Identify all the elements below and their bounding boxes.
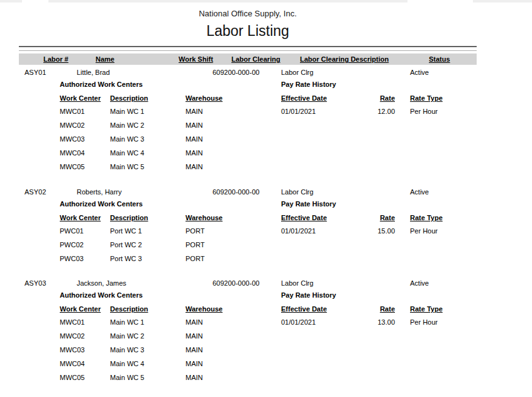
window-top-edge-highlight: [407, 0, 473, 3]
column-header-bar: Labor # Name Work Shift Labor Clearing L…: [19, 53, 477, 65]
work-center-code: MWC02: [60, 332, 85, 340]
work-center-description: Port WC 3: [110, 254, 142, 263]
company-name: National Office Supply, Inc.: [19, 9, 477, 18]
pay-rate-type: Per Hour: [410, 318, 438, 327]
work-center-row: MWC01 Main WC 1 MAIN 01/01/2021 13.00 Pe…: [0, 318, 532, 327]
sub-header-rate: Rate: [352, 305, 395, 313]
work-center-row: MWC02 Main WC 2 MAIN: [0, 332, 532, 340]
work-center-row: MWC03 Main WC 3 MAIN: [0, 135, 532, 143]
employee-section: ASY02 Roberts, Harry 609200-000-00 Labor…: [0, 187, 532, 268]
work-center-description: Main WC 1: [110, 318, 144, 327]
authorized-work-centers-label: Authorized Work Centers: [60, 199, 143, 208]
report-title: Labor Listing: [19, 23, 477, 40]
warehouse-value: MAIN: [186, 373, 203, 382]
warehouse-value: PORT: [186, 254, 204, 263]
sub-header-work-center: Work Center: [60, 213, 101, 222]
pay-rate-history-label: Pay Rate History: [281, 199, 336, 208]
work-center-row: MWC04 Main WC 4 MAIN: [0, 148, 532, 157]
work-center-description: Main WC 5: [110, 373, 144, 382]
labor-clearing-description: Labor Clrg: [281, 187, 313, 196]
work-center-code: MWC03: [60, 135, 85, 143]
status-value: Active: [410, 187, 429, 196]
pay-rate-history-label: Pay Rate History: [281, 80, 336, 89]
warehouse-value: MAIN: [186, 332, 203, 340]
labor-clearing: 609200-000-00: [213, 68, 260, 77]
sub-header-description: Description: [110, 94, 148, 103]
warehouse-value: PORT: [186, 226, 204, 235]
labor-clearing: 609200-000-00: [213, 187, 260, 196]
work-center-description: Main WC 2: [110, 121, 144, 130]
work-center-description: Main WC 1: [110, 107, 144, 116]
sub-header-warehouse: Warehouse: [186, 94, 223, 103]
labor-number: ASY03: [25, 279, 46, 288]
sub-header-row: Work Center Description Warehouse Effect…: [0, 94, 532, 103]
work-center-code: MWC01: [60, 107, 85, 116]
work-center-description: Main WC 3: [110, 345, 144, 354]
labor-number: ASY01: [25, 68, 46, 77]
warehouse-value: MAIN: [186, 135, 203, 143]
sub-header-rate-type: Rate Type: [410, 94, 443, 103]
work-center-row: MWC04 Main WC 4 MAIN: [0, 359, 532, 368]
warehouse-value: MAIN: [186, 359, 203, 368]
work-center-code: PWC01: [60, 226, 84, 235]
work-center-description: Main WC 4: [110, 359, 144, 368]
column-header-labor-clearing: Labor Clearing: [231, 55, 280, 64]
work-center-code: MWC05: [60, 373, 85, 382]
work-center-code: MWC02: [60, 121, 85, 130]
work-center-code: PWC03: [60, 254, 84, 263]
pay-rate-history-label: Pay Rate History: [281, 291, 336, 299]
warehouse-value: MAIN: [186, 162, 203, 171]
work-center-code: MWC01: [60, 318, 85, 327]
work-center-row: MWC02 Main WC 2 MAIN: [0, 121, 532, 130]
sub-header-warehouse: Warehouse: [186, 305, 223, 313]
employee-name: Roberts, Harry: [77, 187, 122, 196]
sub-header-row: Work Center Description Warehouse Effect…: [0, 213, 532, 222]
status-value: Active: [410, 68, 429, 77]
work-center-code: PWC02: [60, 240, 84, 249]
work-center-description: Main WC 4: [110, 148, 144, 157]
employee-section: ASY03 Jackson, James 609200-000-00 Labor…: [0, 279, 532, 387]
warehouse-value: MAIN: [186, 107, 203, 116]
employee-section: ASY01 Little, Brad 609200-000-00 Labor C…: [0, 68, 532, 176]
employee-row: ASY01 Little, Brad 609200-000-00 Labor C…: [0, 68, 532, 77]
column-header-labor-clearing-description: Labor Clearing Description: [300, 55, 389, 64]
work-center-code: MWC03: [60, 345, 85, 354]
authorized-work-centers-label: Authorized Work Centers: [60, 291, 143, 299]
header-rule-top: [19, 46, 477, 47]
pay-rate-amount: 12.00: [352, 107, 395, 116]
sub-header-rate-type: Rate Type: [410, 213, 443, 222]
work-center-description: Port WC 2: [110, 240, 142, 249]
pay-rate-type: Per Hour: [410, 107, 438, 116]
sub-header-rate-type: Rate Type: [410, 305, 443, 313]
column-header-work-shift: Work Shift: [179, 55, 213, 64]
warehouse-value: MAIN: [186, 318, 203, 327]
sub-header-effective-date: Effective Date: [281, 213, 327, 222]
pay-rate-type: Per Hour: [410, 226, 438, 235]
employee-row: ASY03 Jackson, James 609200-000-00 Labor…: [0, 279, 532, 288]
labor-number: ASY02: [25, 187, 46, 196]
labor-clearing-description: Labor Clrg: [281, 279, 313, 288]
work-center-row: PWC01 Port WC 1 PORT 01/01/2021 15.00 Pe…: [0, 226, 532, 235]
sub-header-effective-date: Effective Date: [281, 305, 327, 313]
work-center-code: MWC04: [60, 148, 85, 157]
work-center-description: Port WC 1: [110, 226, 142, 235]
work-center-row: MWC03 Main WC 3 MAIN: [0, 345, 532, 354]
work-center-row: MWC05 Main WC 5 MAIN: [0, 162, 532, 171]
work-center-description: Main WC 5: [110, 162, 144, 171]
work-center-code: MWC05: [60, 162, 85, 171]
section-label-row: Authorized Work Centers Pay Rate History: [0, 199, 532, 208]
section-label-row: Authorized Work Centers Pay Rate History: [0, 80, 532, 89]
section-label-row: Authorized Work Centers Pay Rate History: [0, 291, 532, 299]
pay-rate-effective-date: 01/01/2021: [281, 107, 316, 116]
window-top-edge: [0, 0, 532, 3]
window-top-edge-highlight: [22, 0, 48, 3]
warehouse-value: MAIN: [186, 121, 203, 130]
sub-header-warehouse: Warehouse: [186, 213, 223, 222]
sub-header-description: Description: [110, 213, 148, 222]
pay-rate-amount: 13.00: [352, 318, 395, 327]
work-center-row: PWC02 Port WC 2 PORT: [0, 240, 532, 249]
labor-clearing: 609200-000-00: [213, 279, 260, 288]
report-page: National Office Supply, Inc. Labor Listi…: [0, 0, 532, 397]
work-center-row: PWC03 Port WC 3 PORT: [0, 254, 532, 263]
sub-header-rate: Rate: [352, 94, 395, 103]
